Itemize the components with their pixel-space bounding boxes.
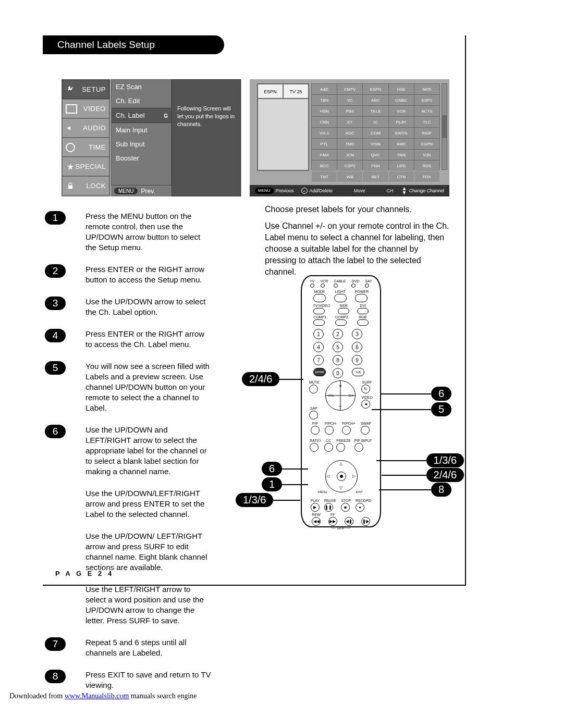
channel-label-cell[interactable]: CSPN (414, 139, 439, 149)
channel-label-cell[interactable]: TMC (337, 139, 362, 149)
tab-time[interactable]: TIME (62, 138, 109, 157)
channel-label-cell[interactable]: FOX (414, 171, 439, 182)
comp1-button[interactable] (313, 319, 325, 326)
stop-button[interactable]: ■ (341, 503, 350, 512)
channel-label-cell[interactable]: CNBC (389, 95, 414, 105)
channel-label-cell[interactable]: INSP (414, 128, 439, 138)
channel-label-cell[interactable]: VC (337, 95, 362, 105)
channel-label-cell[interactable]: ESP2 (414, 95, 439, 105)
sap-button[interactable] (309, 411, 318, 419)
dvi-button[interactable] (357, 308, 369, 314)
video-button[interactable]: ◄ (361, 400, 370, 409)
mode-dot-dvd[interactable] (351, 283, 356, 288)
record-button[interactable]: ● (356, 503, 364, 512)
comp2-button[interactable] (335, 319, 347, 326)
channel-label-grid[interactable]: A&ECMTVESPNHSENOSTBNVCABCCNBCESP2HSNPBST… (311, 83, 440, 170)
tab-setup[interactable]: SETUP (62, 80, 109, 99)
light-button[interactable] (334, 294, 347, 302)
channel-label-cell[interactable]: PLAY (389, 117, 414, 127)
mode-dot-vcr[interactable] (321, 283, 325, 288)
channel-label-cell[interactable]: CNN (312, 117, 337, 127)
pip-button[interactable] (311, 426, 320, 435)
scroll-thumb[interactable] (442, 115, 447, 138)
sub-button[interactable]: SUB (352, 368, 364, 376)
channel-label-cell[interactable]: A&E (312, 84, 337, 94)
tab-video[interactable]: VIDEO (62, 99, 109, 118)
channel-label-cell[interactable]: ESPN (363, 84, 388, 94)
channel-label-cell[interactable]: ET (337, 117, 362, 127)
digit-8[interactable]: 8 (333, 355, 343, 365)
digit-5[interactable]: 5 (333, 342, 343, 352)
swap-button[interactable] (361, 426, 370, 435)
channel-label-cell[interactable]: COM (363, 128, 388, 138)
pipch-plus-button[interactable] (342, 426, 351, 435)
channel-label-cell[interactable]: JCN (337, 150, 362, 160)
channel-label-cell[interactable]: HSN (312, 106, 337, 116)
channel-label-cell[interactable]: TLC (414, 117, 439, 127)
cc-button[interactable] (324, 443, 333, 452)
rgb-button[interactable] (357, 319, 369, 326)
tab-lock[interactable]: LOCK (62, 176, 109, 195)
submenu-subinput[interactable]: Sub Input (112, 137, 171, 151)
channel-label-cell[interactable]: HSE (389, 84, 414, 94)
digit-3[interactable]: 3 (352, 329, 362, 339)
channel-label-cell[interactable]: TBN (312, 95, 337, 105)
channel-label-cell[interactable]: NOS (414, 84, 439, 94)
channel-label-cell[interactable]: TELE (363, 106, 388, 116)
digit-0[interactable]: 0 (333, 368, 343, 378)
scrollbar[interactable] (442, 83, 447, 170)
channel-label-cell[interactable]: CSP2 (337, 161, 362, 171)
tab-audio[interactable]: AUDIO (62, 118, 109, 138)
channel-label-cell[interactable]: FNN (363, 161, 388, 171)
mode-dot-tv[interactable] (310, 283, 314, 288)
tab-special[interactable]: SPECIAL (62, 157, 109, 176)
channel-label-cell[interactable]: VISN (363, 139, 388, 149)
channel-label-cell[interactable]: QVC (363, 150, 388, 160)
channel-label-cell[interactable]: WB (337, 171, 362, 182)
manualslib-link[interactable]: www.Manualslib.com (65, 692, 129, 700)
play-button[interactable]: ▶ (311, 503, 320, 512)
vol-ch-rocker[interactable]: + − VOL CH (325, 380, 356, 411)
channel-label-cell[interactable]: VCR (389, 106, 414, 116)
channel-label-cell[interactable]: PTL (312, 139, 337, 149)
digit-2[interactable]: 2 (333, 329, 343, 339)
tvvideo-button[interactable] (313, 308, 325, 314)
mode-button[interactable] (313, 294, 326, 302)
submenu-chedit[interactable]: Ch. Edit (112, 94, 171, 108)
channel-label-cell[interactable]: ACTS (414, 106, 439, 116)
dpad[interactable]: △ ▽ ◁ ▷ MENU EXIT (320, 455, 362, 497)
channel-label-cell[interactable]: ABC (363, 95, 388, 105)
enter-button[interactable]: ENTER (313, 368, 326, 376)
channel-label-cell[interactable]: BCC (312, 161, 337, 171)
pipch-minus-button[interactable] (325, 426, 334, 435)
channel-label-cell[interactable]: ADC (337, 128, 362, 138)
digit-4[interactable]: 4 (313, 342, 324, 352)
digit-9[interactable]: 9 (352, 355, 362, 365)
mode-dot-cable[interactable] (334, 283, 338, 288)
channel-label-cell[interactable]: VJN (414, 150, 439, 160)
submenu-maininput[interactable]: Main Input (112, 123, 171, 137)
channel-label-cell[interactable]: IC (363, 117, 388, 127)
dpad-center-button[interactable] (337, 472, 346, 481)
pipinput-button[interactable] (354, 443, 363, 452)
channel-label-cell[interactable]: TNN (389, 150, 414, 160)
skip-fwd-button[interactable]: ❚▶ (361, 517, 370, 526)
channel-label-cell[interactable]: LIFE (389, 161, 414, 171)
channel-label-cell[interactable]: PBS (337, 106, 362, 116)
digit-7[interactable]: 7 (313, 355, 324, 365)
digit-6[interactable]: 6 (352, 342, 362, 352)
rew-button[interactable]: ◀◀ (312, 517, 321, 526)
channel-label-cell[interactable]: TNT (312, 171, 337, 182)
side-button[interactable] (338, 308, 349, 314)
submenu-ezscan[interactable]: EZ Scan (112, 80, 171, 94)
submenu-chlabel[interactable]: Ch. Label G (112, 108, 171, 123)
channel-label-cell[interactable]: CTN (389, 171, 414, 182)
power-button[interactable] (355, 294, 368, 302)
freeze-button[interactable] (336, 443, 345, 452)
channel-label-cell[interactable]: CMTV (337, 84, 362, 94)
surf-button[interactable]: ↻ (361, 385, 370, 393)
channel-label-cell[interactable]: RDS (414, 161, 439, 171)
channel-label-cell[interactable]: VH-1 (312, 128, 337, 138)
channel-label-cell[interactable]: FAM (312, 150, 337, 160)
ratio-button[interactable] (310, 443, 319, 452)
